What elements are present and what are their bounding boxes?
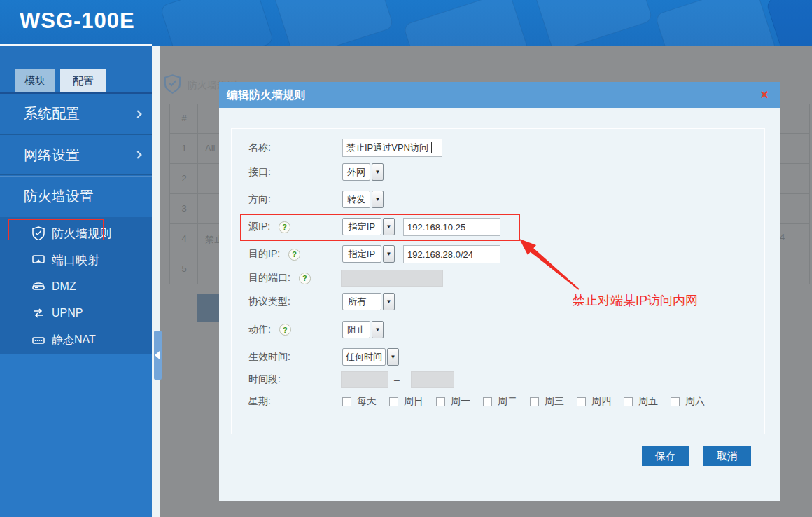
table-header-index: # [176, 113, 192, 123]
close-icon[interactable]: × [755, 85, 774, 104]
tab-config[interactable]: 配置 [60, 69, 106, 94]
week-field-label: 星期: [248, 394, 271, 408]
sidebar-item-system-config[interactable]: 系统配置 [0, 94, 152, 135]
week-option-saturday[interactable]: 周六 [671, 395, 705, 408]
effective-time-field-label: 生效时间: [248, 348, 290, 366]
time-start-input-disabled [341, 371, 388, 388]
annotation-box-source-ip [240, 214, 520, 241]
table-row-num: 5 [176, 263, 192, 274]
shield-icon [163, 74, 182, 94]
help-icon[interactable]: ? [279, 324, 291, 336]
checkbox[interactable] [624, 397, 633, 406]
select-value: 转发 [342, 191, 370, 208]
week-option-sunday[interactable]: 周日 [389, 395, 424, 408]
sidebar-edge-strip [152, 46, 160, 517]
static-nat-icon [31, 333, 46, 347]
rule-name-input[interactable] [342, 139, 442, 157]
dest-ip-select[interactable]: 指定IP [342, 245, 395, 263]
submenu-item-dmz[interactable]: DMZ [0, 275, 152, 298]
table-cell: All [205, 143, 215, 153]
submenu-item-static-nat[interactable]: 静态NAT [0, 329, 152, 351]
select-value: 外网 [342, 163, 370, 181]
submenu-item-label: 端口映射 [52, 252, 99, 268]
table-row-num: 2 [176, 173, 192, 184]
protocol-field-label: 协议类型: [248, 293, 290, 310]
interface-field-label: 接口: [248, 163, 271, 181]
select-value: 所有 [342, 293, 382, 310]
keyboard-key-decoration [402, 0, 535, 46]
action-select[interactable]: 阻止 [342, 321, 384, 338]
table-cell: 4 [780, 232, 785, 242]
checkbox[interactable] [436, 397, 445, 406]
dest-port-field-label: 目的端口: ? [248, 270, 311, 287]
week-option-everyday[interactable]: 每天 [342, 395, 377, 408]
sidebar-lower-area [0, 354, 152, 517]
direction-select[interactable]: 转发 [342, 191, 384, 208]
dropdown-arrow-icon[interactable] [372, 191, 384, 208]
time-range-separator: – [394, 371, 400, 388]
sidebar-item-label: 防火墙设置 [24, 187, 94, 206]
checkbox[interactable] [671, 397, 680, 406]
dropdown-arrow-icon[interactable] [383, 245, 395, 263]
checkbox[interactable] [577, 397, 586, 406]
table-row-num: 3 [176, 203, 192, 214]
keyboard-key-decoration [654, 0, 780, 46]
week-option-tuesday[interactable]: 周二 [483, 395, 517, 408]
annotation-box-firewall-rules [8, 219, 104, 240]
sidebar-collapse-handle[interactable] [154, 331, 162, 380]
table-row-num: 4 [176, 233, 192, 244]
dropdown-arrow-icon[interactable] [372, 163, 384, 181]
help-icon[interactable]: ? [299, 273, 311, 284]
sidebar-item-label: 系统配置 [24, 104, 80, 123]
dialog-titlebar: 编辑防火墙规则 × [219, 82, 780, 108]
week-option-friday[interactable]: 周五 [624, 395, 658, 408]
sidebar-item-firewall-settings[interactable]: 防火墙设置 [0, 176, 152, 216]
save-button[interactable]: 保存 [642, 446, 690, 466]
dmz-device-icon [31, 280, 46, 294]
dropdown-arrow-icon[interactable] [387, 348, 399, 366]
effective-time-select[interactable]: 任何时间 [342, 348, 399, 366]
time-range-field-label: 时间段: [248, 371, 281, 388]
keyboard-key-decoration [530, 0, 654, 46]
keyboard-key-decoration [160, 0, 274, 46]
app-header: WSG-100E [0, 0, 812, 46]
dialog-title: 编辑防火墙规则 [227, 82, 305, 108]
checkbox[interactable] [483, 397, 492, 406]
sidebar: 模块 配置 系统配置 网络设置 防火墙设置 防火墙规则 [0, 46, 152, 517]
submenu-item-upnp[interactable]: UPNP [0, 302, 152, 324]
interface-select[interactable]: 外网 [342, 163, 384, 181]
dest-ip-field-label: 目的IP: ? [248, 245, 300, 263]
sidebar-item-network-settings[interactable]: 网络设置 [0, 135, 152, 175]
help-icon[interactable]: ? [288, 249, 300, 261]
table-border [169, 104, 170, 284]
select-value: 指定IP [342, 245, 382, 263]
checkbox[interactable] [389, 397, 398, 406]
submenu-item-port-mapping[interactable]: 端口映射 [0, 249, 152, 271]
week-option-wednesday[interactable]: 周三 [530, 395, 564, 408]
week-option-thursday[interactable]: 周四 [577, 395, 611, 408]
text-caret [431, 142, 432, 153]
select-value: 阻止 [342, 321, 370, 338]
dest-port-input-disabled [341, 270, 443, 287]
dropdown-arrow-icon[interactable] [383, 293, 395, 310]
chevron-right-icon [134, 110, 141, 118]
table-border [809, 104, 810, 284]
tab-module[interactable]: 模块 [15, 69, 55, 92]
header-underline [0, 44, 152, 46]
screen: 防火墙规则 # 1 2 3 4 5 All 禁止 4 WSG-100E 模块 配… [0, 0, 812, 517]
cancel-button[interactable]: 取消 [704, 446, 751, 466]
submenu-item-label: DMZ [52, 280, 76, 293]
dropdown-arrow-icon[interactable] [372, 321, 384, 338]
protocol-select[interactable]: 所有 [342, 293, 395, 310]
week-option-monday[interactable]: 周一 [436, 395, 470, 408]
dest-ip-input[interactable] [403, 245, 500, 263]
annotation-text: 禁止对端某IP访问内网 [573, 292, 698, 309]
select-value: 任何时间 [342, 348, 386, 366]
brand-title: WSG-100E [20, 8, 135, 34]
week-checkbox-row: 每天 周日 周一 周二 周三 周四 周五 周六 [342, 394, 705, 408]
table-border [197, 104, 198, 284]
sidebar-item-label: 网络设置 [24, 146, 80, 165]
checkbox[interactable] [342, 397, 351, 406]
checkbox[interactable] [530, 397, 539, 406]
direction-field-label: 方向: [248, 191, 271, 208]
